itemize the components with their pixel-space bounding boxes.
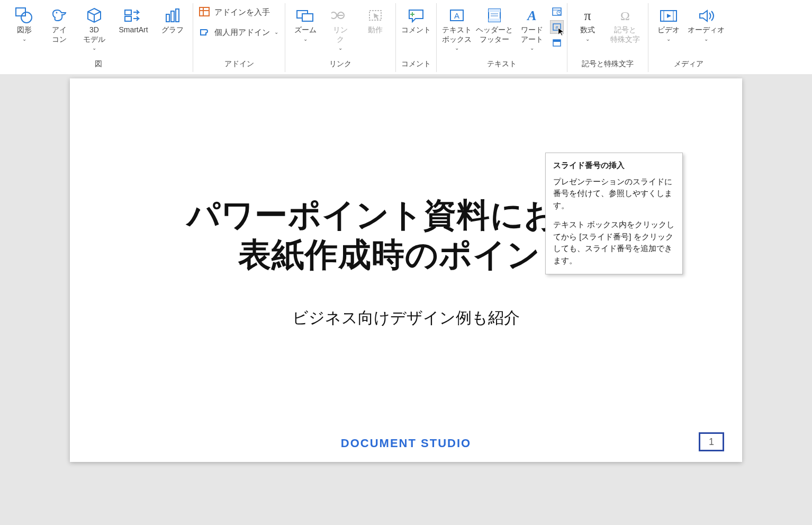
- group-symbols: π 数式 ⌄ Ω 記号と 特殊文字 記号と特殊文字: [567, 3, 648, 72]
- shapes-label: 図形: [17, 25, 32, 35]
- tooltip-paragraph-1: プレゼンテーションのスライドに番号を付けて、参照しやすくします。: [553, 176, 675, 212]
- equation-button[interactable]: π 数式 ⌄: [571, 3, 605, 52]
- group-illustrations: 図形 ⌄ アイ コン 3D モデル ⌄ SmartArt: [4, 3, 193, 72]
- svg-rect-7: [176, 9, 179, 22]
- headerfooter-button[interactable]: ヘッダーと フッター: [475, 3, 514, 52]
- group-links-label: リンク: [329, 57, 351, 72]
- store-icon: [199, 6, 210, 17]
- tooltip-slide-number: スライド番号の挿入 プレゼンテーションのスライドに番号を付けて、参照しやすくしま…: [545, 153, 683, 274]
- group-media-label: メディア: [674, 57, 703, 72]
- group-addins-label: アドイン: [224, 57, 254, 72]
- comment-button[interactable]: コメント: [399, 3, 433, 52]
- svg-rect-19: [489, 9, 500, 12]
- chart-button[interactable]: グラフ: [156, 3, 190, 52]
- chevron-down-icon: ⌄: [455, 45, 459, 52]
- chevron-down-icon: ⌄: [666, 36, 671, 43]
- audio-label: オーディオ: [688, 25, 725, 35]
- video-label: ビデオ: [657, 25, 680, 35]
- get-addins-label: アドインを入手: [214, 8, 270, 16]
- svg-rect-0: [16, 8, 25, 16]
- object-icon: [552, 38, 562, 48]
- shapes-icon: [14, 5, 35, 25]
- link-label: リン ク: [333, 25, 348, 44]
- svg-point-1: [21, 12, 32, 23]
- svg-point-2: [56, 12, 58, 14]
- slide-page-number: 1: [699, 432, 724, 451]
- tooltip-title: スライド番号の挿入: [553, 159, 675, 172]
- chart-icon: [162, 5, 183, 25]
- svg-text:A: A: [526, 8, 536, 23]
- chevron-down-icon: ⌄: [274, 30, 278, 35]
- icons-button[interactable]: アイ コン: [42, 3, 76, 52]
- svg-rect-20: [489, 19, 500, 22]
- cursor-icon: [557, 27, 566, 37]
- group-illustrations-label: 図: [95, 57, 102, 72]
- svg-rect-3: [125, 10, 131, 15]
- chevron-down-icon: ⌄: [530, 45, 534, 52]
- svg-text:Ω: Ω: [620, 9, 630, 23]
- chevron-down-icon: ⌄: [22, 36, 26, 43]
- group-symbols-label: 記号と特殊文字: [582, 57, 634, 72]
- link-button[interactable]: リン ク ⌄: [323, 3, 357, 52]
- chevron-down-icon: ⌄: [704, 36, 708, 43]
- my-addins-button[interactable]: 個人用アドイン ⌄: [199, 26, 278, 37]
- slide-canvas-area: パワーポイント資料における 表紙作成時のポイント ビジネス向けデザイン例も紹介 …: [0, 74, 812, 525]
- svg-rect-5: [166, 14, 169, 22]
- audio-button[interactable]: オーディオ ⌄: [687, 3, 726, 52]
- smartart-icon: [123, 5, 144, 25]
- omega-icon: Ω: [615, 5, 636, 25]
- group-comments-label: コメント: [401, 57, 431, 72]
- comment-label: コメント: [401, 25, 431, 35]
- object-button[interactable]: [550, 36, 564, 50]
- group-media: ビデオ ⌄ オーディオ ⌄ メディア: [648, 3, 729, 72]
- 3dmodels-button[interactable]: 3D モデル ⌄: [77, 3, 111, 52]
- zoom-icon: [295, 5, 316, 25]
- slide-footer-logo: DOCUMENT STUDIO: [70, 437, 742, 450]
- smartart-button[interactable]: SmartArt: [112, 3, 155, 52]
- slide-subtitle: ビジネス向けデザイン例も紹介: [292, 307, 520, 329]
- slide-number-button[interactable]: #: [550, 20, 564, 34]
- wordart-label: ワード アート: [521, 25, 543, 44]
- action-label: 動作: [368, 25, 383, 35]
- group-text-label: テキスト: [487, 57, 517, 72]
- icons-label: アイ コン: [52, 25, 67, 44]
- svg-rect-8: [200, 7, 209, 16]
- svg-text:π: π: [584, 8, 591, 23]
- textbox-icon: A: [446, 5, 467, 25]
- chart-label: グラフ: [161, 25, 184, 35]
- wordart-icon: A: [521, 5, 543, 25]
- zoom-button[interactable]: ズーム ⌄: [288, 3, 322, 52]
- headerfooter-label: ヘッダーと フッター: [476, 25, 513, 44]
- ribbon-insert-tab: 図形 ⌄ アイ コン 3D モデル ⌄ SmartArt: [0, 0, 812, 74]
- group-text: A テキスト ボックス ⌄ ヘッダーと フッター A ワード アート ⌄: [437, 3, 567, 72]
- video-button[interactable]: ビデオ ⌄: [652, 3, 685, 52]
- action-button[interactable]: 動作: [358, 3, 392, 52]
- date-time-button[interactable]: [550, 4, 564, 18]
- shapes-button[interactable]: 図形 ⌄: [7, 3, 41, 52]
- symbol-button[interactable]: Ω 記号と 特殊文字: [606, 3, 645, 52]
- group-comments: コメント コメント: [396, 3, 437, 72]
- pi-icon: π: [577, 5, 598, 25]
- chevron-down-icon: ⌄: [303, 36, 308, 43]
- tooltip-paragraph-2: テキスト ボックス内をクリックしてから [スライド番号] をクリックしても、スラ…: [553, 219, 675, 266]
- headerfooter-icon: [484, 5, 505, 25]
- puzzle-icon: [199, 26, 210, 37]
- datetime-icon: [552, 6, 562, 16]
- 3dmodels-label: 3D モデル: [83, 25, 105, 44]
- svg-rect-4: [125, 16, 131, 21]
- audio-icon: [696, 5, 717, 25]
- get-addins-button[interactable]: アドインを入手: [199, 6, 278, 17]
- group-addins: アドインを入手 個人用アドイン ⌄ アドイン: [193, 3, 285, 72]
- chevron-down-icon: ⌄: [338, 45, 342, 52]
- wordart-button[interactable]: A ワード アート ⌄: [515, 3, 549, 52]
- chevron-down-icon: ⌄: [92, 45, 96, 52]
- svg-rect-6: [171, 11, 174, 22]
- zoom-label: ズーム: [294, 25, 317, 35]
- textbox-label: テキスト ボックス: [442, 25, 472, 44]
- smartart-label: SmartArt: [119, 25, 148, 35]
- group-links: ズーム ⌄ リン ク ⌄ 動作 リンク: [285, 3, 396, 72]
- chevron-down-icon: ⌄: [585, 36, 590, 43]
- textbox-button[interactable]: A テキスト ボックス ⌄: [440, 3, 474, 52]
- equation-label: 数式: [580, 25, 595, 35]
- svg-text:A: A: [454, 11, 459, 20]
